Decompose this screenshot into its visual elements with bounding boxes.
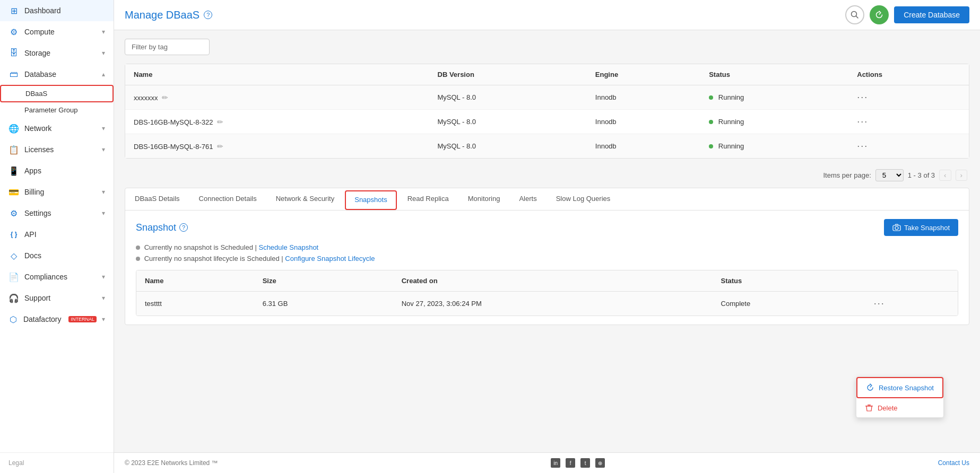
snapshot-table-row[interactable]: testttt 6.31 GB Nov 27, 2023, 3:06:24 PM… bbox=[136, 292, 958, 316]
help-icon[interactable]: ? bbox=[204, 11, 212, 19]
content-area: Filter by tag Name DB Version Engine Sta… bbox=[114, 30, 980, 452]
facebook-icon[interactable]: f bbox=[566, 458, 575, 468]
sidebar-item-label: Storage bbox=[24, 49, 97, 57]
table-row[interactable]: DBS-16GB-MySQL-8-322 ✏ MySQL - 8.0 Innod… bbox=[125, 110, 969, 134]
edit-icon[interactable]: ✏ bbox=[217, 142, 223, 151]
sidebar-item-settings[interactable]: ⚙ Settings ▾ bbox=[0, 203, 114, 224]
sidebar-item-docs[interactable]: ◇ Docs bbox=[0, 245, 114, 266]
sidebar-item-network[interactable]: 🌐 Network ▾ bbox=[0, 118, 114, 139]
sidebar-sub-item-dbaas[interactable]: DBaaS bbox=[0, 85, 114, 102]
tab-monitoring[interactable]: Monitoring bbox=[458, 188, 510, 210]
pagination-next-button[interactable]: › bbox=[956, 170, 967, 181]
db-name: DBS-16GB-MySQL-8-761 ✏ bbox=[125, 134, 429, 159]
sidebar-item-compute[interactable]: ⚙ Compute ▾ bbox=[0, 21, 114, 42]
pagination-range: 1 - 3 of 3 bbox=[908, 171, 935, 179]
twitter-icon[interactable]: t bbox=[580, 458, 590, 468]
search-icon bbox=[851, 11, 859, 19]
contact-us-link[interactable]: Contact Us bbox=[938, 459, 969, 467]
sidebar-sub-item-parameter-group[interactable]: Parameter Group bbox=[0, 102, 114, 118]
rss-icon[interactable]: ⊕ bbox=[595, 458, 605, 468]
sidebar-item-dashboard[interactable]: ⊞ Dashboard bbox=[0, 0, 114, 21]
db-table: Name DB Version Engine Status Actions xx… bbox=[125, 64, 969, 158]
snapshot-title: Snapshot ? bbox=[136, 222, 188, 233]
refresh-button[interactable] bbox=[870, 5, 889, 24]
compute-icon: ⚙ bbox=[8, 27, 19, 37]
snapshot-actions-button[interactable]: ··· bbox=[874, 298, 885, 309]
db-engine: Innodb bbox=[587, 85, 700, 110]
tab-read-replica[interactable]: Read Replica bbox=[398, 188, 458, 210]
db-version: MySQL - 8.0 bbox=[429, 134, 587, 159]
chevron-down-icon: ▾ bbox=[102, 273, 105, 281]
sidebar-item-api[interactable]: { } API bbox=[0, 224, 114, 245]
status-indicator bbox=[709, 95, 713, 100]
col-header-engine: Engine bbox=[587, 64, 700, 85]
tab-dbaas-details[interactable]: DBaaS Details bbox=[125, 188, 189, 210]
sidebar-item-apps[interactable]: 📱 Apps bbox=[0, 160, 114, 181]
svg-rect-5 bbox=[868, 405, 871, 406]
tab-network-security[interactable]: Network & Security bbox=[266, 188, 344, 210]
tab-slow-log-queries[interactable]: Slow Log Queries bbox=[547, 188, 620, 210]
col-header-status: Status bbox=[700, 64, 848, 85]
sidebar-item-label: Settings bbox=[24, 209, 97, 217]
docs-icon: ◇ bbox=[8, 250, 19, 261]
database-icon: 🗃 bbox=[8, 69, 19, 80]
linkedin-icon[interactable]: in bbox=[551, 458, 560, 468]
delete-snapshot-menu-item[interactable]: Delete bbox=[856, 398, 943, 417]
snapshot-section: Snapshot ? Take Snapshot Current bbox=[125, 211, 969, 325]
db-status: Running bbox=[700, 134, 848, 159]
configure-snapshot-lifecycle-link[interactable]: Configure Snapshot Lifecycle bbox=[285, 255, 375, 262]
pagination-prev-button[interactable]: ‹ bbox=[939, 170, 951, 181]
search-button[interactable] bbox=[845, 5, 864, 24]
sidebar-item-compliances[interactable]: 📄 Compliances ▾ bbox=[0, 266, 114, 287]
db-actions: ··· bbox=[848, 110, 969, 134]
tab-alerts[interactable]: Alerts bbox=[509, 188, 546, 210]
db-engine: Innodb bbox=[587, 134, 700, 159]
snapshot-header: Snapshot ? Take Snapshot bbox=[136, 219, 958, 236]
items-per-page-select[interactable]: 5 10 25 bbox=[875, 169, 904, 181]
schedule-snapshot-link[interactable]: Schedule Snapshot bbox=[258, 243, 318, 251]
sidebar-item-database[interactable]: 🗃 Database ▴ bbox=[0, 64, 114, 85]
snapshot-help-icon[interactable]: ? bbox=[179, 223, 188, 232]
apps-icon: 📱 bbox=[8, 165, 19, 176]
sidebar-item-billing[interactable]: 💳 Billing ▾ bbox=[0, 181, 114, 203]
edit-icon[interactable]: ✏ bbox=[162, 93, 168, 102]
info-dot-2 bbox=[136, 257, 140, 261]
sidebar-item-label: Dashboard bbox=[24, 6, 105, 15]
row-actions-button[interactable]: ··· bbox=[857, 116, 868, 127]
sidebar-item-label: Compliances bbox=[24, 273, 97, 281]
filter-by-tag-select[interactable]: Filter by tag bbox=[125, 39, 210, 55]
table-row[interactable]: xxxxxxx ✏ MySQL - 8.0 Innodb Running ··· bbox=[125, 85, 969, 110]
tab-connection-details[interactable]: Connection Details bbox=[189, 188, 266, 210]
footer-social: in f t ⊕ bbox=[551, 458, 605, 468]
edit-icon[interactable]: ✏ bbox=[217, 118, 223, 126]
support-icon: 🎧 bbox=[8, 293, 19, 303]
row-actions-button[interactable]: ··· bbox=[857, 92, 868, 103]
create-database-button[interactable]: Create Database bbox=[894, 6, 969, 23]
sidebar-item-datafactory[interactable]: ⬡ Datafactory INTERNAL ▾ bbox=[0, 309, 114, 330]
db-actions: ··· bbox=[848, 134, 969, 159]
snapshot-col-name: Name bbox=[136, 270, 254, 292]
items-per-page-label: Items per page: bbox=[823, 171, 871, 179]
status-indicator bbox=[709, 120, 713, 124]
chevron-down-icon: ▾ bbox=[102, 28, 105, 36]
db-status: Running bbox=[700, 110, 848, 134]
take-snapshot-button[interactable]: Take Snapshot bbox=[884, 219, 958, 236]
sidebar-item-support[interactable]: 🎧 Support ▾ bbox=[0, 287, 114, 309]
snapshot-status: Complete bbox=[713, 292, 865, 316]
sidebar-item-licenses[interactable]: 📋 Licenses ▾ bbox=[0, 139, 114, 160]
sidebar-item-label: Billing bbox=[24, 188, 97, 196]
topbar: Manage DBaaS ? Create Database bbox=[114, 0, 980, 30]
snapshot-name: testttt bbox=[136, 292, 254, 316]
table-row[interactable]: DBS-16GB-MySQL-8-761 ✏ MySQL - 8.0 Innod… bbox=[125, 134, 969, 159]
legal-link[interactable]: Legal bbox=[0, 452, 114, 473]
tab-snapshots[interactable]: Snapshots bbox=[345, 190, 396, 210]
footer: © 2023 E2E Networks Limited ™ in f t ⊕ C… bbox=[114, 452, 980, 473]
datafactory-icon: ⬡ bbox=[8, 314, 18, 325]
filter-bar: Filter by tag bbox=[125, 39, 969, 55]
row-actions-button[interactable]: ··· bbox=[857, 141, 868, 152]
parameter-group-label: Parameter Group bbox=[24, 106, 77, 114]
sidebar-item-storage[interactable]: 🗄 Storage ▾ bbox=[0, 42, 114, 64]
network-icon: 🌐 bbox=[8, 123, 19, 134]
restore-snapshot-menu-item[interactable]: Restore Snapshot bbox=[856, 377, 943, 398]
api-icon: { } bbox=[8, 229, 19, 240]
